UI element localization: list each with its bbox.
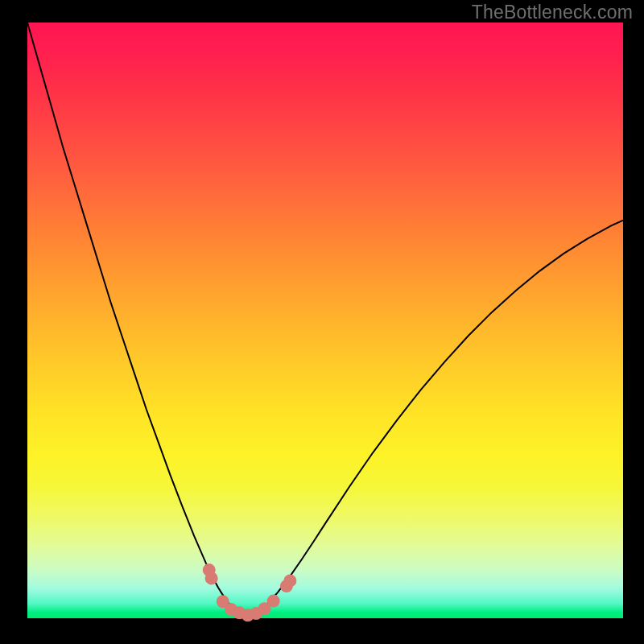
plot-area xyxy=(27,23,623,618)
curve-left xyxy=(27,23,248,616)
curve-right xyxy=(248,221,623,616)
data-marker xyxy=(205,572,218,584)
curve-svg xyxy=(27,23,623,618)
data-marker xyxy=(283,574,296,587)
chart-container: TheBottleneck.com xyxy=(0,0,644,644)
data-marker xyxy=(267,595,280,608)
watermark-text: TheBottleneck.com xyxy=(472,2,633,23)
